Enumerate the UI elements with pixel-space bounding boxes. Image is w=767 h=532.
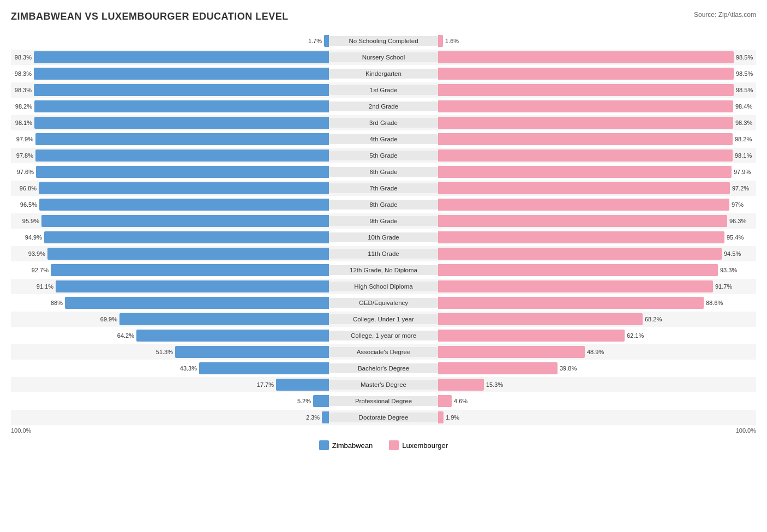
bar-blue	[44, 231, 329, 243]
bar-row: 64.2% College, 1 year or more 62.1%	[11, 328, 756, 343]
chart-area: 1.7% No Schooling Completed 1.6% 98.3% N…	[11, 33, 756, 425]
left-value: 88%	[51, 300, 63, 306]
bar-right-container: 39.8%	[438, 361, 756, 376]
bar-right-container: 98.5%	[438, 82, 756, 98]
bar-right-container: 1.6%	[438, 33, 756, 49]
bar-row: 92.7% 12th Grade, No Diploma 93.3%	[11, 262, 756, 278]
right-value: 98.5%	[736, 54, 753, 61]
right-value: 93.3%	[720, 267, 737, 273]
bar-label: Master's Degree	[329, 380, 438, 390]
left-value: 64.2%	[117, 332, 134, 339]
left-value: 51.3%	[156, 349, 173, 355]
bar-pink	[438, 280, 713, 292]
bar-row: 98.1% 3rd Grade 98.3%	[11, 115, 756, 130]
bar-left-container: 51.3%	[11, 344, 329, 360]
bar-pink	[438, 166, 732, 178]
left-value: 98.2%	[15, 103, 32, 110]
bar-right-container: 96.3%	[438, 213, 756, 229]
right-value: 98.4%	[735, 103, 752, 110]
bar-blue	[119, 313, 329, 325]
bar-right-container: 62.1%	[438, 328, 756, 343]
bar-row: 96.8% 7th Grade 97.2%	[11, 181, 756, 196]
bar-pink	[438, 150, 733, 162]
bar-blue	[34, 117, 329, 129]
bar-row: 1.7% No Schooling Completed 1.6%	[11, 33, 756, 49]
bar-left-container: 69.9%	[11, 312, 329, 327]
bar-blue	[136, 330, 329, 342]
right-value: 62.1%	[627, 332, 644, 339]
bar-left-container: 97.8%	[11, 148, 329, 163]
bar-label: 10th Grade	[329, 232, 438, 242]
bar-row: 94.9% 10th Grade 95.4%	[11, 230, 756, 245]
legend-item-zimbabwean: Zimbabwean	[319, 440, 373, 450]
bar-left-container: 2.3%	[11, 410, 329, 425]
zimbabwean-label: Zimbabwean	[332, 441, 373, 450]
bar-row: 93.9% 11th Grade 94.5%	[11, 246, 756, 261]
bar-row: 98.3% 1st Grade 98.5%	[11, 82, 756, 98]
bar-label: 6th Grade	[329, 167, 438, 177]
bar-blue	[324, 35, 329, 47]
bar-right-container: 95.4%	[438, 230, 756, 245]
bar-right-container: 93.3%	[438, 262, 756, 278]
bar-left-container: 88%	[11, 295, 329, 310]
bar-pink	[438, 133, 733, 145]
left-value: 92.7%	[32, 267, 49, 273]
bar-row: 91.1% High School Diploma 91.7%	[11, 279, 756, 294]
bar-blue	[35, 150, 329, 162]
bar-label: Associate's Degree	[329, 347, 438, 357]
right-value: 1.9%	[446, 414, 459, 421]
bar-row: 51.3% Associate's Degree 48.9%	[11, 344, 756, 360]
left-value: 2.3%	[306, 414, 320, 421]
left-value: 43.3%	[180, 365, 197, 372]
legend: Zimbabwean Luxembourger	[11, 440, 756, 450]
bar-blue	[34, 100, 329, 112]
bar-row: 88% GED/Equivalency 88.6%	[11, 295, 756, 310]
zimbabwean-swatch	[319, 440, 329, 450]
right-value: 4.6%	[454, 398, 468, 404]
bar-pink	[438, 330, 625, 342]
left-value: 69.9%	[100, 316, 117, 322]
bar-blue	[47, 248, 329, 260]
bar-pink	[438, 313, 643, 325]
bar-row: 98.2% 2nd Grade 98.4%	[11, 99, 756, 114]
bar-pink	[438, 264, 718, 276]
bar-blue	[41, 215, 329, 227]
left-value: 97.8%	[16, 152, 33, 159]
right-value: 97.9%	[734, 169, 751, 175]
right-value: 91.7%	[715, 283, 732, 290]
bar-row: 5.2% Professional Degree 4.6%	[11, 393, 756, 409]
right-value: 96.3%	[729, 218, 746, 224]
right-value: 94.5%	[724, 250, 741, 257]
bar-left-container: 92.7%	[11, 262, 329, 278]
bar-pink	[438, 231, 724, 243]
bar-pink	[438, 182, 730, 194]
left-value: 98.3%	[15, 87, 32, 93]
bar-label: GED/Equivalency	[329, 298, 438, 308]
bar-pink	[438, 297, 704, 309]
right-value: 1.6%	[445, 38, 459, 44]
legend-item-luxembourger: Luxembourger	[389, 440, 448, 450]
bar-blue	[175, 346, 329, 358]
bar-left-container: 93.9%	[11, 246, 329, 261]
bar-pink	[438, 100, 733, 112]
bar-label: 4th Grade	[329, 134, 438, 144]
bar-row: 97.8% 5th Grade 98.1%	[11, 148, 756, 163]
chart-container: ZIMBABWEAN VS LUXEMBOURGER EDUCATION LEV…	[11, 11, 756, 450]
bar-label: 11th Grade	[329, 249, 438, 259]
right-value: 39.8%	[560, 365, 577, 372]
right-value: 98.1%	[735, 152, 752, 159]
bar-right-container: 97.2%	[438, 181, 756, 196]
axis-row: 100.0% 100.0%	[11, 427, 756, 434]
bar-blue	[65, 297, 329, 309]
bar-row: 69.9% College, Under 1 year 68.2%	[11, 312, 756, 327]
bar-right-container: 94.5%	[438, 246, 756, 261]
bar-left-container: 97.9%	[11, 131, 329, 147]
luxembourger-swatch	[389, 440, 399, 450]
left-value: 94.9%	[25, 234, 42, 241]
bar-left-container: 43.3%	[11, 361, 329, 376]
bar-blue	[34, 51, 329, 63]
right-value: 95.4%	[727, 234, 744, 241]
bar-left-container: 98.1%	[11, 115, 329, 130]
luxembourger-label: Luxembourger	[402, 441, 448, 450]
bar-left-container: 17.7%	[11, 377, 329, 392]
